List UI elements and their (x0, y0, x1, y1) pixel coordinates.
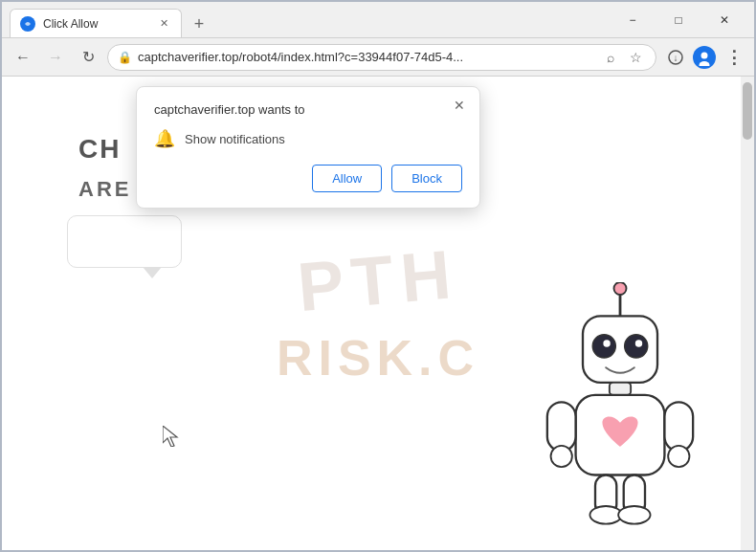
bell-icon: 🔔 (154, 128, 175, 149)
minimize-button[interactable]: − (611, 5, 655, 35)
download-icon[interactable]: ↓ (662, 44, 689, 71)
svg-point-11 (603, 340, 610, 346)
svg-rect-13 (610, 383, 631, 395)
mouse-cursor (163, 426, 182, 445)
svg-point-12 (635, 340, 642, 346)
svg-marker-23 (163, 426, 177, 447)
search-icon[interactable]: ⌕ (600, 47, 621, 68)
back-button[interactable]: ← (10, 44, 36, 71)
svg-rect-16 (664, 402, 693, 451)
close-button[interactable]: ✕ (702, 5, 746, 35)
svg-point-9 (592, 335, 615, 358)
svg-point-21 (589, 506, 621, 524)
svg-point-4 (701, 52, 708, 58)
new-tab-button[interactable]: + (186, 11, 212, 37)
speech-bubble (67, 215, 182, 268)
notification-popup: ✕ captchaverifier.top wants to 🔔 Show no… (136, 86, 480, 209)
window-controls: − □ ✕ (611, 5, 746, 35)
address-icons: ⌕ ☆ (600, 47, 646, 68)
active-tab[interactable]: Click Allow ✕ (10, 9, 182, 37)
svg-rect-15 (547, 402, 576, 451)
maximize-button[interactable]: □ (656, 5, 700, 35)
tab-area: Click Allow ✕ + (10, 2, 603, 37)
popup-permission: 🔔 Show notifications (154, 128, 462, 149)
nav-right-icons: ↓ ⋮ (662, 44, 746, 71)
watermark-bottom: RISK.C (277, 329, 479, 386)
scrollbar[interactable] (741, 77, 754, 550)
tab-title: Click Allow (43, 17, 148, 31)
robot-image (524, 282, 716, 531)
lock-icon: 🔒 (118, 51, 132, 64)
profile-icon (693, 46, 716, 69)
block-button[interactable]: Block (391, 165, 462, 192)
menu-button[interactable]: ⋮ (720, 44, 746, 71)
tab-favicon (20, 16, 35, 32)
popup-title: captchaverifier.top wants to (154, 102, 462, 117)
tab-close-button[interactable]: ✕ (156, 16, 171, 32)
address-bar[interactable]: 🔒 captchaverifier.top/robot4/index.html?… (107, 44, 656, 71)
profile-button[interactable] (691, 44, 718, 71)
popup-buttons: Allow Block (154, 165, 462, 192)
nav-bar: ← → ↻ 🔒 captchaverifier.top/robot4/index… (2, 38, 754, 77)
allow-button[interactable]: Allow (312, 165, 382, 192)
reload-button[interactable]: ↻ (75, 44, 101, 71)
page-content: PTH RISK.C CH ARE NOT A ROBOT. ✕ captcha… (2, 77, 754, 550)
scrollbar-thumb[interactable] (743, 82, 752, 140)
svg-point-7 (614, 282, 627, 295)
svg-text:↓: ↓ (674, 53, 678, 63)
browser-frame: Click Allow ✕ + − □ ✕ ← → ↻ 🔒 captchaver… (0, 0, 756, 552)
address-text: captchaverifier.top/robot4/index.html?c=… (138, 50, 594, 64)
forward-button[interactable]: → (42, 44, 69, 71)
watermark-top: PTH (295, 233, 462, 325)
permission-text: Show notifications (185, 132, 285, 146)
bookmark-icon[interactable]: ☆ (625, 47, 646, 68)
page-header-text: CH (78, 134, 121, 165)
svg-point-17 (551, 446, 572, 467)
svg-point-22 (618, 506, 650, 524)
popup-close-button[interactable]: ✕ (449, 95, 470, 116)
robot-container (524, 282, 716, 531)
title-bar: Click Allow ✕ + − □ ✕ (2, 2, 754, 38)
svg-point-10 (625, 335, 648, 358)
svg-point-18 (668, 446, 689, 467)
